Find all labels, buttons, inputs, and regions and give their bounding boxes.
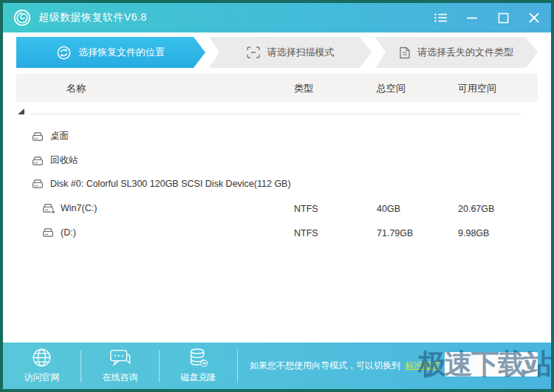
footer-divider — [237, 350, 238, 382]
disk-clone-icon — [188, 348, 208, 368]
footer-action-label: 访问官网 — [24, 371, 60, 384]
item-free: 20.67GB — [458, 204, 494, 214]
window-title: 超级数据恢复软件V6.8 — [38, 11, 147, 24]
disk-clone-button[interactable]: 磁盘克隆 — [160, 348, 237, 384]
recover-location-icon — [57, 46, 71, 60]
minimize-icon[interactable] — [465, 12, 479, 24]
item-free: 9.98GB — [458, 228, 489, 238]
list-item-partition-d[interactable]: (D:) NTFS 71.79GB 9.98GB — [16, 221, 538, 246]
step-file-types[interactable]: 请选择丢失的文件类型 — [375, 37, 538, 68]
partition-drive-icon — [42, 203, 54, 213]
drive-icon — [32, 131, 44, 142]
globe-icon — [32, 348, 52, 368]
drive-icon — [32, 179, 44, 189]
app-window: 超级数据恢复软件V6.8 — [0, 0, 554, 392]
item-label: 回收站 — [50, 154, 78, 167]
close-icon[interactable] — [527, 12, 541, 24]
next-step-button[interactable] — [445, 352, 538, 376]
footer-action-label: 磁盘克隆 — [181, 371, 216, 384]
item-total: 40GB — [377, 204, 400, 214]
drive-icon — [32, 156, 44, 166]
footer-action-label: 在线咨询 — [103, 371, 138, 384]
window-controls — [434, 12, 541, 24]
mode-hint: 如果您不想使用向导模式，可以切换到 标准模式 — [250, 360, 440, 372]
item-label: (D:) — [61, 227, 76, 238]
item-type: NTFS — [294, 204, 318, 214]
item-label: Disk #0: Colorful SL300 120GB SCSI Disk … — [50, 179, 291, 189]
file-type-icon — [400, 47, 410, 59]
tree-expander-icon[interactable] — [18, 109, 24, 114]
step-label: 请选择扫描模式 — [267, 46, 335, 59]
step-scan-mode[interactable]: 请选择扫描模式 — [209, 37, 372, 68]
app-logo-icon — [13, 9, 31, 27]
item-total: 71.79GB — [377, 228, 413, 238]
step-label: 选择恢复文件的位置 — [78, 46, 165, 59]
titlebar: 超级数据恢复软件V6.8 — [3, 3, 551, 32]
step-label: 请选择丢失的文件类型 — [417, 46, 513, 59]
footer-bar: 访问官网 在线咨询 磁盘克隆 — [3, 343, 551, 389]
menu-icon[interactable] — [434, 12, 448, 24]
item-label: Win7(C:) — [61, 203, 97, 213]
column-header-name: 名称 — [66, 82, 86, 95]
list-item-recycle-bin[interactable]: 回收站 — [16, 148, 538, 173]
visit-website-button[interactable]: 访问官网 — [3, 348, 81, 384]
column-header-total: 总空间 — [377, 82, 406, 95]
step-select-location[interactable]: 选择恢复文件的位置 — [16, 37, 205, 68]
online-support-button[interactable]: 在线咨询 — [81, 348, 159, 384]
system-badge-icon — [51, 210, 55, 214]
mode-hint-text: 如果您不想使用向导模式，可以切换到 — [250, 360, 400, 372]
table-header: 名称 类型 总空间 可用空间 — [16, 74, 538, 102]
tree-divider — [30, 114, 521, 114]
wizard-steps: 选择恢复文件的位置 请选择扫描模式 请选择丢失的文件类型 — [16, 37, 538, 68]
scan-mode-icon — [247, 47, 260, 58]
list-item-partition-c[interactable]: Win7(C:) NTFS 40GB 20.67GB — [16, 197, 538, 221]
chat-icon — [109, 348, 131, 368]
item-label: 桌面 — [50, 130, 69, 142]
location-list: 桌面 回收站 — [16, 124, 538, 246]
list-item-disk0[interactable]: Disk #0: Colorful SL300 120GB SCSI Disk … — [16, 173, 538, 197]
maximize-icon[interactable] — [496, 12, 510, 24]
column-header-type: 类型 — [294, 82, 313, 95]
partition-drive-icon — [42, 227, 54, 238]
standard-mode-link[interactable]: 标准模式 — [405, 360, 440, 372]
list-item-desktop[interactable]: 桌面 — [16, 124, 538, 148]
item-type: NTFS — [294, 228, 318, 238]
column-header-free: 可用空间 — [458, 82, 496, 95]
